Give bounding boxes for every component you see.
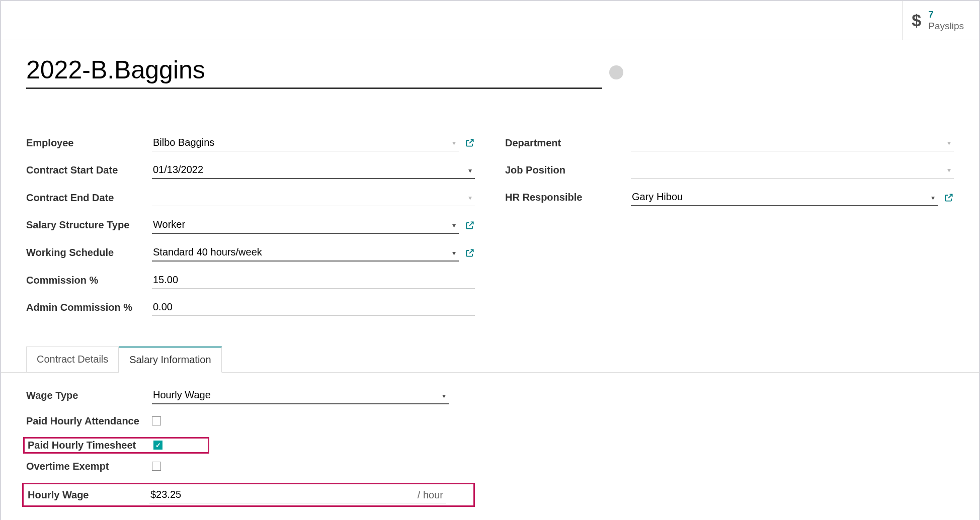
wage-type-label: Wage Type: [26, 390, 152, 401]
salary-structure-external-link-icon[interactable]: [465, 220, 475, 230]
job-position-label: Job Position: [505, 164, 631, 176]
admin-commission-label: Admin Commission %: [26, 302, 152, 313]
overtime-exempt-checkbox[interactable]: [152, 462, 161, 471]
department-label: Department: [505, 137, 631, 149]
contract-end-input[interactable]: [152, 189, 475, 206]
contract-start-label: Contract Start Date: [26, 164, 152, 176]
paid-hourly-attendance-label: Paid Hourly Attendance: [26, 414, 152, 428]
payslips-label: Payslips: [928, 21, 964, 32]
salary-structure-input[interactable]: [152, 216, 459, 234]
tab-contract-details[interactable]: Contract Details: [26, 346, 119, 373]
employee-input[interactable]: [152, 134, 459, 151]
admin-commission-input[interactable]: [152, 299, 475, 316]
salary-structure-label: Salary Structure Type: [26, 219, 152, 231]
tab-salary-information[interactable]: Salary Information: [119, 346, 221, 373]
dollar-icon: $: [912, 11, 921, 30]
contract-start-input[interactable]: [152, 161, 475, 179]
payslips-count: 7: [928, 9, 964, 21]
status-indicator-icon: [609, 65, 623, 79]
record-title-input[interactable]: [26, 55, 602, 89]
hourly-wage-suffix: / hour: [418, 489, 443, 501]
employee-external-link-icon[interactable]: [465, 138, 475, 148]
commission-label: Commission %: [26, 275, 152, 286]
hourly-wage-input[interactable]: [149, 486, 446, 503]
paid-hourly-timesheet-checkbox[interactable]: [153, 441, 162, 450]
hr-responsible-external-link-icon[interactable]: [944, 193, 954, 203]
payslips-button[interactable]: $ 7 Payslips: [902, 1, 979, 40]
department-input[interactable]: [631, 134, 954, 151]
wage-type-input[interactable]: [152, 387, 449, 404]
hr-responsible-input[interactable]: [631, 189, 938, 206]
employee-label: Employee: [26, 137, 152, 149]
working-schedule-input[interactable]: [152, 244, 459, 262]
working-schedule-label: Working Schedule: [26, 247, 152, 258]
contract-end-label: Contract End Date: [26, 192, 152, 204]
job-position-input[interactable]: [631, 161, 954, 179]
working-schedule-external-link-icon[interactable]: [465, 248, 475, 258]
paid-hourly-attendance-checkbox[interactable]: [152, 416, 161, 425]
hr-responsible-label: HR Responsible: [505, 192, 631, 203]
paid-hourly-timesheet-label: Paid Hourly Timesheet: [28, 440, 153, 451]
commission-input[interactable]: [152, 272, 475, 289]
overtime-exempt-label: Overtime Exempt: [26, 461, 152, 472]
hourly-wage-label: Hourly Wage: [28, 489, 149, 501]
